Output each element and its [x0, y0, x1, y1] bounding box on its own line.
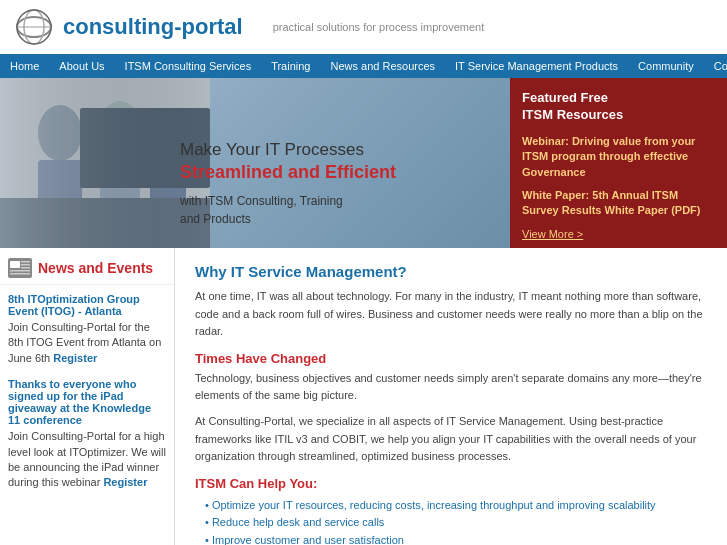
itsm-help-heading: ITSM Can Help You:	[195, 476, 707, 491]
itsm-bullets: Optimize your IT resources, reducing cos…	[205, 497, 707, 545]
logo-area: consulting-portal practical solutions fo…	[15, 8, 484, 46]
times-changed-heading: Times Have Changed	[195, 351, 707, 366]
nav-training[interactable]: Training	[261, 54, 320, 78]
main-nav: Home About Us ITSM Consulting Services T…	[0, 54, 727, 78]
svg-rect-19	[21, 264, 30, 266]
page-header: consulting-portal practical solutions fo…	[0, 0, 727, 54]
sidebar: News and Events 8th ITOptimization Group…	[0, 248, 175, 545]
bullet-2: Reduce help desk and service calls	[205, 514, 707, 532]
para-1: At one time, IT was all about technology…	[195, 288, 707, 341]
hero-title: Make Your IT Processes Streamlined and E…	[180, 139, 396, 184]
sidebar-event-2-text: Join Consulting-Portal for a high level …	[8, 429, 166, 491]
bullet-3: Improve customer and user satisfaction	[205, 532, 707, 545]
main-area: Why IT Service Management? At one time, …	[175, 248, 727, 545]
sidebar-event-2-title: Thanks to everyone who signed up for the…	[8, 378, 166, 426]
svg-rect-16	[10, 270, 30, 272]
webinar-label: Webinar:	[522, 135, 569, 147]
sidebar-event-1-link[interactable]: Register	[53, 352, 97, 364]
nav-community[interactable]: Community	[628, 54, 704, 78]
webinar-text: Webinar: Driving value from your ITSM pr…	[522, 134, 715, 180]
sidebar-event-1-title: 8th ITOptimization Group Event (ITOG) - …	[8, 293, 166, 317]
sidebar-event-1: 8th ITOptimization Group Event (ITOG) - …	[8, 293, 166, 366]
hero-image-area: Make Your IT Processes Streamlined and E…	[0, 78, 510, 248]
bullet-1: Optimize your IT resources, reducing cos…	[205, 497, 707, 515]
svg-rect-18	[21, 261, 30, 263]
svg-rect-20	[21, 267, 30, 269]
para-3: At Consulting-Portal, we specialize in a…	[195, 413, 707, 466]
para-2: Technology, business objectives and cust…	[195, 370, 707, 405]
hero-subtitle: with ITSM Consulting, Training and Produ…	[180, 192, 396, 228]
sidebar-event-2-link[interactable]: Register	[103, 476, 147, 488]
svg-rect-17	[10, 273, 30, 275]
hero-text-overlay: Make Your IT Processes Streamlined and E…	[0, 119, 416, 248]
main-content: News and Events 8th ITOptimization Group…	[0, 248, 727, 545]
why-itsm-title: Why IT Service Management?	[195, 263, 707, 280]
whitepaper-text: White Paper: 5th Annual ITSM Survey Resu…	[522, 188, 715, 219]
featured-title: Featured Free ITSM Resources	[522, 90, 715, 124]
nav-home[interactable]: Home	[0, 54, 49, 78]
logo-text[interactable]: consulting-portal	[63, 14, 243, 40]
nav-news[interactable]: News and Resources	[320, 54, 445, 78]
sidebar-title: News and Events	[38, 260, 153, 276]
hero-section: Make Your IT Processes Streamlined and E…	[0, 78, 727, 248]
sidebar-event-1-text: Join Consulting-Portal for the 8th ITOG …	[8, 320, 166, 366]
nav-contact[interactable]: Contact Us	[704, 54, 727, 78]
logo-plain: consulting	[63, 14, 174, 39]
view-more-link[interactable]: View More >	[522, 228, 583, 240]
nav-products[interactable]: IT Service Management Products	[445, 54, 628, 78]
whitepaper-label: White Paper:	[522, 189, 589, 201]
tagline: practical solutions for process improvem…	[273, 21, 485, 33]
sidebar-content: 8th ITOptimization Group Event (ITOG) - …	[0, 285, 174, 511]
sidebar-event-2: Thanks to everyone who signed up for the…	[8, 378, 166, 491]
nav-itsm-consulting[interactable]: ITSM Consulting Services	[115, 54, 262, 78]
hero-featured: Featured Free ITSM Resources Webinar: Dr…	[510, 78, 727, 248]
nav-about[interactable]: About Us	[49, 54, 114, 78]
logo-accent: -portal	[174, 14, 242, 39]
logo-icon	[15, 8, 53, 46]
svg-rect-15	[10, 261, 20, 268]
sidebar-header: News and Events	[0, 248, 174, 285]
news-icon	[8, 258, 32, 278]
